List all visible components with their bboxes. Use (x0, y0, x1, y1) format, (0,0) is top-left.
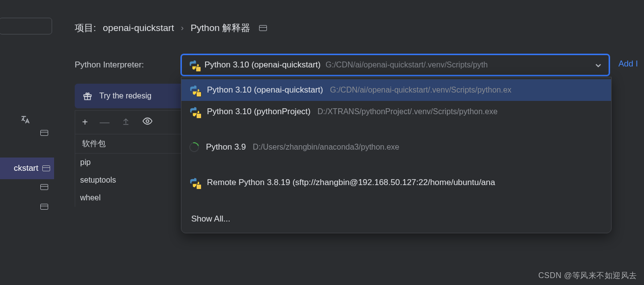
option-title: Python 3.10 (pythonProject) (207, 107, 311, 117)
watermark: CSDN @等风来不如迎风去 (538, 271, 637, 281)
loading-spinner-icon (187, 140, 201, 154)
interpreter-name: Python 3.10 (openai-quickstart) (205, 60, 321, 70)
svg-point-2 (146, 120, 149, 123)
breadcrumb-prefix: 项目: (75, 22, 96, 34)
interpreter-label: Python Interpreter: (75, 60, 144, 70)
remove-package-button[interactable]: — (100, 117, 110, 128)
interpreter-dropdown-popup: Python 3.10 (openai-quickstart) G:/CDN/a… (181, 77, 612, 233)
eye-icon[interactable] (142, 116, 153, 129)
option-path: D:/Users/zhangbin/anaconda3/python.exe (253, 143, 399, 152)
interpreter-option[interactable]: Python 3.10 (pythonProject) D:/XTRANS/py… (181, 101, 611, 123)
interpreter-option[interactable]: Python 3.10 (openai-quickstart) G:/CDN/a… (181, 79, 611, 101)
gift-icon (83, 91, 92, 101)
window-icon (42, 165, 50, 171)
option-path: G:/CDN/ai/openai-quickstart/.venv/Script… (330, 86, 511, 95)
interpreter-dropdown[interactable]: Python 3.10 (openai-quickstart) G:/CDN/a… (181, 54, 610, 76)
package-name: wheel (80, 193, 101, 202)
show-all-button[interactable]: Show All... (181, 207, 611, 230)
search-input-stub[interactable] (0, 18, 52, 34)
python-icon (189, 60, 200, 70)
window-icon (40, 184, 48, 190)
option-title: Python 3.10 (openai-quickstart) (207, 85, 323, 95)
interpreter-path: G:/CDN/ai/openai-quickstart/.venv/Script… (325, 61, 488, 69)
window-icon (259, 25, 267, 31)
packages-header-label: 软件包 (82, 139, 106, 149)
chevron-down-icon (595, 62, 602, 69)
left-panel: ckstart (0, 0, 54, 285)
promo-text: Try the redesig (99, 92, 151, 100)
python-icon (189, 85, 200, 95)
python-icon (189, 106, 200, 117)
option-path: D:/XTRANS/pythonProject/.venv/Scripts/py… (318, 107, 498, 116)
upgrade-package-button[interactable] (121, 117, 130, 128)
window-icon (40, 130, 48, 136)
interpreter-option[interactable]: Remote Python 3.8.19 (sftp://zhangbin@19… (181, 172, 611, 193)
sidebar-item-project[interactable]: ckstart (0, 158, 54, 179)
interpreter-option[interactable]: Python 3.9 D:/Users/zhangbin/anaconda3/p… (181, 136, 611, 158)
spacer (181, 123, 611, 136)
add-interpreter-link[interactable]: Add I (618, 59, 638, 69)
spacer (181, 158, 611, 172)
package-name: setuptools (80, 176, 116, 185)
python-icon (189, 177, 200, 188)
window-icon (40, 204, 48, 210)
breadcrumb-project[interactable]: openai-quickstart (103, 23, 174, 33)
option-title: Remote Python 3.8.19 (sftp://zhangbin@19… (207, 178, 495, 188)
language-icon[interactable] (20, 114, 30, 127)
breadcrumb-page[interactable]: Python 解释器 (191, 22, 250, 34)
sidebar-project-label: ckstart (14, 163, 38, 173)
add-package-button[interactable]: + (82, 117, 88, 128)
spacer (181, 193, 611, 207)
option-title: Python 3.9 (206, 142, 246, 152)
breadcrumb-separator: › (181, 23, 184, 33)
package-name: pip (80, 158, 90, 167)
breadcrumb: 项目: openai-quickstart › Python 解释器 (75, 22, 267, 34)
